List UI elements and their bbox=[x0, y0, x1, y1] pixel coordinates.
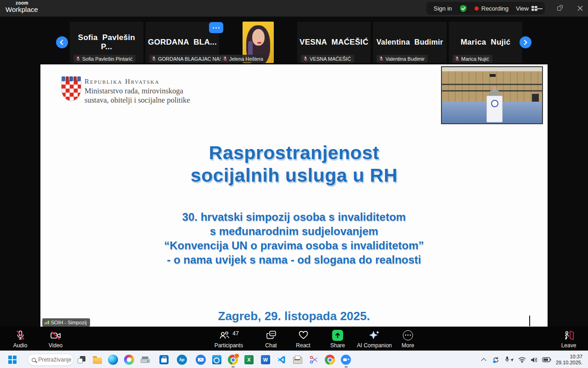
security-shield-icon[interactable] bbox=[459, 5, 467, 12]
sign-in-button[interactable]: Sign in bbox=[434, 5, 452, 12]
shared-screen-slide: Republika Hrvatska Ministarstvo rada, mi… bbox=[40, 64, 548, 327]
participants-count: 47 bbox=[232, 330, 238, 337]
recording-indicator: Recording bbox=[475, 5, 509, 12]
windows-taskbar: hp X W bbox=[0, 351, 588, 368]
vscode-button[interactable] bbox=[276, 354, 288, 366]
meeting-stage: Sofia Pavlešin P... Sofia Pavlešin Pinta… bbox=[0, 17, 588, 327]
printer-icon bbox=[141, 356, 150, 364]
participant-name-pill: Valentina Budimir bbox=[377, 55, 428, 63]
mic-location-tray-icon[interactable] bbox=[503, 356, 516, 363]
slide-title: Rasprostranjenost socijalnih usluga u RH bbox=[40, 142, 548, 187]
running-app-indicator bbox=[232, 366, 235, 368]
restore-button[interactable] bbox=[557, 5, 563, 12]
sharer-name: SOIH - Simpozij bbox=[51, 320, 87, 325]
participant-label: Jelena Heštera bbox=[229, 56, 263, 62]
chrome-icon bbox=[325, 355, 335, 365]
participants-button[interactable]: 47 Participants bbox=[211, 329, 246, 349]
printer-app-button[interactable] bbox=[139, 354, 151, 366]
volume-tray-icon[interactable] bbox=[528, 356, 540, 363]
participants-icon bbox=[219, 330, 231, 340]
hidden-icons-button[interactable] bbox=[478, 357, 490, 362]
zoom-app-button[interactable] bbox=[340, 354, 352, 366]
scissors-icon bbox=[309, 355, 318, 364]
share-button[interactable]: Share bbox=[320, 329, 355, 349]
running-app-indicator bbox=[345, 366, 348, 368]
start-button[interactable] bbox=[8, 356, 17, 364]
zoom-app-icon bbox=[341, 355, 351, 365]
chrome-button[interactable] bbox=[227, 354, 239, 366]
screen-sharer-label: SOIH - Simpozij bbox=[42, 318, 90, 327]
participant-display-name: Marica Nujić bbox=[459, 38, 513, 47]
participant-tile[interactable]: Sofia Pavlešin P... Sofia Pavlešin Pinta… bbox=[70, 22, 143, 63]
slide-subtitle: 30. hrvatski simpozij osoba s invalidite… bbox=[40, 210, 548, 267]
leave-button[interactable]: Leave bbox=[551, 329, 586, 349]
edge-button[interactable] bbox=[107, 354, 119, 366]
participant-tile[interactable]: Valentina Budimir Valentina Budimir bbox=[373, 22, 447, 63]
minimize-button[interactable] bbox=[537, 5, 543, 12]
excel-button[interactable]: X bbox=[243, 354, 255, 366]
mail-app-button[interactable] bbox=[195, 354, 207, 366]
chat-button[interactable]: Chat bbox=[254, 329, 288, 349]
task-view-button[interactable] bbox=[75, 354, 87, 366]
outlook-button[interactable] bbox=[211, 354, 223, 366]
more-ellipsis-icon bbox=[403, 330, 413, 340]
search-input[interactable] bbox=[38, 356, 71, 363]
taskbar-search[interactable] bbox=[28, 354, 74, 366]
update-sync-tray-icon[interactable] bbox=[490, 356, 503, 364]
participant-tile[interactable]: Marica Nujić Marica Nujić bbox=[449, 22, 522, 63]
participant-name-pill: Marica Nujić bbox=[452, 55, 492, 63]
notification-badge bbox=[234, 353, 239, 358]
scanner-app-button[interactable] bbox=[292, 354, 304, 366]
text-cursor bbox=[529, 316, 530, 326]
participant-name-pill: Jelena Heštera bbox=[220, 55, 266, 63]
view-menu-button[interactable]: View bbox=[516, 5, 537, 12]
copilot-icon bbox=[124, 355, 134, 365]
participant-tile[interactable]: VESNA MAĆEŠIĆ VESNA MAĆEŠIĆ bbox=[297, 22, 371, 63]
participant-display-name: GORDANA BLA... bbox=[146, 38, 219, 47]
tile-more-options-button[interactable] bbox=[209, 22, 223, 33]
react-button[interactable]: React bbox=[286, 329, 321, 349]
snipping-tool-button[interactable] bbox=[308, 354, 320, 366]
taskbar-clock[interactable]: 10:37 29.10.2025. bbox=[556, 354, 582, 366]
store-icon bbox=[159, 355, 169, 364]
battery-tray-icon[interactable] bbox=[540, 357, 553, 362]
participant-tile-video[interactable]: Jelena Heštera bbox=[221, 22, 295, 63]
clock-date: 29.10.2025. bbox=[556, 360, 582, 366]
zoom-toolbar: Audio Video 47 Participants bbox=[0, 327, 588, 351]
microsoft-store-button[interactable] bbox=[158, 354, 170, 366]
close-button[interactable] bbox=[577, 5, 583, 12]
wifi-tray-icon[interactable] bbox=[516, 356, 528, 363]
participant-tile[interactable]: GORDANA BLA... GORDANA BLAGAJAC NAŠI... bbox=[146, 22, 219, 63]
task-view-icon bbox=[78, 356, 85, 363]
muted-mic-icon bbox=[303, 56, 308, 61]
more-button[interactable]: More bbox=[390, 329, 425, 349]
muted-mic-icon bbox=[379, 56, 384, 61]
zoom-workplace-logo: zoom Workplace bbox=[6, 1, 38, 13]
file-explorer-button[interactable] bbox=[91, 354, 103, 366]
filmstrip-previous-button[interactable] bbox=[56, 36, 68, 48]
view-label: View bbox=[516, 5, 529, 12]
hp-app-button[interactable]: hp bbox=[176, 354, 188, 366]
zoom-titlebar: zoom Workplace Sign in Recording View bbox=[0, 0, 588, 17]
video-button[interactable]: Video bbox=[38, 329, 73, 349]
muted-mic-icon bbox=[76, 56, 80, 61]
heart-icon bbox=[298, 330, 309, 340]
republic-title: Republika Hrvatska bbox=[85, 78, 190, 86]
audio-button[interactable]: Audio bbox=[3, 329, 38, 349]
chevron-right-icon bbox=[522, 40, 527, 45]
participant-name-pill: Sofia Pavlešin Pintarić bbox=[74, 55, 136, 63]
word-button[interactable]: W bbox=[260, 354, 271, 366]
filmstrip-next-button[interactable] bbox=[520, 36, 531, 48]
chevron-up-icon bbox=[481, 358, 486, 363]
participant-name-pill: VESNA MAĆEŠIĆ bbox=[301, 55, 354, 63]
vscode-icon bbox=[277, 355, 286, 364]
logo-zoom-text: zoom bbox=[16, 1, 38, 6]
copilot-button[interactable] bbox=[123, 354, 135, 366]
ai-companion-button[interactable]: AI Companion bbox=[354, 329, 395, 349]
share-screen-icon bbox=[332, 330, 343, 341]
chrome-profile2-button[interactable] bbox=[324, 354, 336, 366]
muted-mic-icon bbox=[15, 330, 26, 340]
muted-mic-icon bbox=[152, 56, 156, 61]
edge-icon bbox=[108, 355, 118, 365]
chrome-icon bbox=[228, 355, 238, 365]
